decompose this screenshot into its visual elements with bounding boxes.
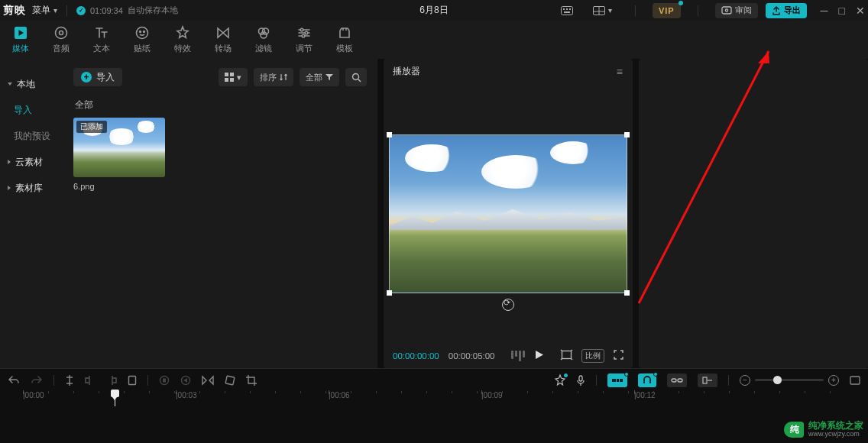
review-button[interactable]: 审阅 [715,3,758,18]
svg-line-31 [639,51,769,303]
export-button[interactable]: 导出 [766,3,807,18]
svg-line-28 [358,79,361,82]
svg-point-16 [143,31,144,32]
view-mode-button[interactable]: ▾ [219,68,248,86]
effects-icon [175,26,190,40]
rotate-handle[interactable] [502,299,514,311]
tab-media[interactable]: 媒体 [0,21,40,59]
zoom-slider[interactable] [755,379,824,381]
freeze-button[interactable] [159,375,170,386]
track-main-button[interactable] [607,373,627,387]
sort-icon [280,73,287,81]
crop-button[interactable] [246,375,257,386]
rotate-button[interactable] [225,375,235,386]
magic-button[interactable] [555,375,565,386]
adjust-icon [296,26,312,40]
template-icon [337,26,352,40]
tab-label: 贴纸 [134,43,151,54]
svg-point-15 [139,31,141,32]
delete-right-button[interactable] [106,375,117,386]
search-icon [351,73,361,82]
watermark-logo: 纯 [784,422,804,438]
sidebar-item-presets[interactable]: 我的预设 [0,123,63,149]
import-button[interactable]: + 导入 [73,68,122,86]
sidebar-item-cloud[interactable]: 云素材 [0,149,63,175]
aspect-ratio-button[interactable]: 比例 [581,349,604,363]
svg-point-12 [55,27,66,38]
tab-template[interactable]: 模板 [324,21,364,59]
svg-rect-45 [703,377,707,383]
reverse-button[interactable] [180,375,191,386]
text-icon [94,26,109,40]
project-title: 6月8日 [419,4,448,17]
zoom-in-button[interactable]: + [828,375,839,386]
resize-handle[interactable] [387,132,392,137]
vip-button[interactable]: VIP [653,3,681,18]
tab-filter[interactable]: 滤镜 [243,21,283,59]
filter-button[interactable]: 全部 [300,68,339,86]
preview-canvas[interactable] [389,134,627,293]
filter-icon [256,26,271,40]
check-icon [76,6,86,15]
maximize-button[interactable]: □ [839,5,845,17]
timeline-ruler[interactable]: |00:00 |00:03 |00:06 |00:09 |00:12 [0,391,868,406]
zoom-slider-thumb[interactable] [773,376,782,384]
tab-adjust[interactable]: 调节 [283,21,324,59]
svg-rect-47 [850,377,860,384]
sidebar-item-local[interactable]: 本地 [0,71,63,97]
mic-button[interactable] [576,375,585,386]
close-button[interactable]: ✕ [856,5,865,17]
inspector-panel [639,59,868,368]
window-controls: ─ □ ✕ [821,5,865,17]
tab-text[interactable]: 文本 [81,21,121,59]
svg-point-13 [59,31,63,34]
search-button[interactable] [345,68,367,86]
undo-button[interactable] [8,375,20,386]
tab-transition[interactable]: 转场 [202,21,243,59]
track-magnet-button[interactable] [638,373,656,387]
media-item[interactable]: 已添加 6.png [73,118,165,191]
media-icon [13,26,28,40]
timeline-tracks[interactable] [0,406,868,440]
zoom-controls: − + [740,375,839,386]
fullscreen-button[interactable] [614,350,623,362]
svg-rect-26 [230,78,234,82]
minimize-button[interactable]: ─ [821,5,828,17]
track-link-button[interactable] [667,373,687,387]
resize-handle[interactable] [624,132,630,137]
delete-left-button[interactable] [85,375,96,386]
sidebar-item-import[interactable]: 导入 [0,97,63,123]
sort-button[interactable]: 排序 [254,68,293,86]
resize-handle[interactable] [624,290,630,296]
tab-effects[interactable]: 特效 [162,21,202,59]
sidebar-item-library[interactable]: 素材库 [0,175,63,201]
svg-point-20 [300,28,303,31]
main-menu-button[interactable]: 菜单 ▾ [32,4,57,17]
export-icon [772,6,781,15]
zoom-out-button[interactable]: − [740,375,750,386]
delete-button[interactable] [128,375,137,386]
keyboard-icon-button[interactable] [555,3,579,18]
zoom-fit-button[interactable] [850,376,860,385]
ruler-tick: |00:03 [176,391,197,399]
media-thumbnail[interactable]: 已添加 [73,118,165,177]
svg-rect-39 [579,376,582,381]
svg-point-9 [725,8,727,11]
audio-icon [53,26,69,40]
play-button[interactable] [534,350,544,362]
tab-sticker[interactable]: 贴纸 [121,21,162,59]
divider [147,375,148,386]
safe-area-button[interactable] [561,350,572,362]
redo-button[interactable] [31,375,43,386]
tab-audio[interactable]: 音频 [40,21,81,59]
layout-icon-button[interactable]: ▾ [587,3,618,18]
track-preview-button[interactable] [698,373,717,387]
annotation-arrow [639,59,868,368]
volume-icon[interactable] [511,351,525,361]
mirror-button[interactable] [202,376,214,385]
svg-rect-3 [569,8,571,10]
player-menu-button[interactable]: ≡ [617,66,623,78]
resize-handle[interactable] [387,290,392,296]
split-button[interactable] [65,375,74,386]
watermark-en: www.ycwjzy.com [808,431,863,438]
